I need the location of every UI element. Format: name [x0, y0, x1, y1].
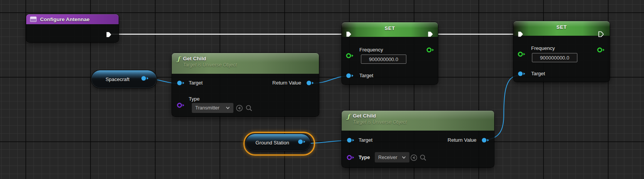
variable-label: Ground Station: [255, 140, 300, 146]
pin-label-type: Type: [189, 96, 200, 102]
function-node-header: ƒ Get Child Target is Universe Object: [172, 53, 319, 74]
pin-label-return-value: Return Value: [272, 80, 301, 86]
event-node-title: Configure Antennae: [40, 17, 90, 22]
node-subtitle: Target is Universe Object: [353, 119, 407, 125]
float-input-pin-frequency[interactable]: [517, 51, 526, 57]
object-input-pin-target[interactable]: [346, 137, 355, 143]
set-node-transmitter-frequency[interactable]: SET Frequency Target: [342, 22, 438, 85]
variable-node-spacecraft[interactable]: Spacecraft: [91, 70, 157, 88]
node-title: Get Child: [183, 56, 237, 61]
reset-to-default-icon[interactable]: [236, 104, 243, 112]
exec-input-pin[interactable]: [517, 31, 523, 37]
reset-to-default-icon[interactable]: [410, 154, 418, 161]
exec-input-pin[interactable]: [345, 31, 352, 37]
enum-input-pin-type[interactable]: [346, 154, 355, 161]
exec-output-pin[interactable]: [427, 31, 433, 37]
pin-label-type: Type: [359, 154, 370, 161]
variable-label: Spacecraft: [106, 76, 143, 82]
set-node-header: SET: [342, 22, 438, 37]
function-node-get-child-transmitter[interactable]: ƒ Get Child Target is Universe Object Ta…: [172, 53, 319, 116]
type-dropdown[interactable]: Transmitter: [192, 103, 233, 113]
chevron-down-icon: [402, 156, 406, 159]
event-icon: [30, 17, 37, 22]
event-node-header: Configure Antennae: [26, 14, 119, 24]
enum-input-pin-type[interactable]: [176, 102, 185, 108]
object-output-pin[interactable]: [141, 75, 149, 81]
search-icon[interactable]: [245, 104, 253, 112]
object-input-pin-target[interactable]: [517, 71, 526, 77]
pin-label-target: Target: [359, 73, 373, 79]
exec-output-pin[interactable]: [106, 31, 112, 38]
frequency-input[interactable]: [361, 55, 406, 64]
exec-output-pin-unconnected[interactable]: [598, 31, 604, 37]
node-title: Get Child: [353, 113, 407, 119]
float-output-pin[interactable]: [426, 47, 434, 53]
blueprint-graph-canvas[interactable]: Configure Antennae Spacecraft ƒ Get Chil…: [0, 0, 644, 179]
object-input-pin-target[interactable]: [345, 73, 354, 79]
type-dropdown[interactable]: Receiver: [375, 152, 409, 162]
function-icon: ƒ: [347, 113, 350, 120]
chevron-down-icon: [226, 106, 230, 109]
function-node-header: ƒ Get Child Target is Universe Object: [342, 111, 494, 131]
pin-label-target: Target: [531, 71, 545, 77]
event-node-configure-antennae[interactable]: Configure Antennae: [26, 14, 119, 42]
variable-node-ground-station[interactable]: Ground Station: [246, 134, 310, 151]
pin-label-target: Target: [189, 80, 203, 86]
frequency-input[interactable]: [532, 53, 577, 62]
pin-label-target: Target: [359, 137, 372, 143]
set-node-title: SET: [557, 24, 567, 30]
set-node-receiver-frequency[interactable]: SET Frequency Target: [513, 21, 610, 82]
function-node-get-child-receiver[interactable]: ƒ Get Child Target is Universe Object Ta…: [342, 111, 494, 167]
type-dropdown-value: Transmitter: [195, 105, 220, 111]
object-output-pin-return-value[interactable]: [481, 137, 490, 143]
pin-label-frequency: Frequency: [531, 45, 555, 51]
object-input-pin-target[interactable]: [176, 80, 185, 86]
set-node-header: SET: [513, 21, 610, 36]
pin-label-return-value: Return Value: [448, 137, 476, 143]
search-icon[interactable]: [419, 154, 427, 161]
type-dropdown-value: Receiver: [378, 155, 397, 160]
object-output-pin[interactable]: [297, 139, 306, 145]
float-input-pin-frequency[interactable]: [345, 53, 354, 59]
pin-label-frequency: Frequency: [359, 47, 383, 53]
float-output-pin[interactable]: [597, 47, 605, 53]
node-subtitle: Target is Universe Object: [183, 62, 237, 68]
function-icon: ƒ: [177, 55, 180, 63]
object-output-pin-return-value[interactable]: [306, 80, 314, 86]
set-node-title: SET: [385, 25, 395, 31]
